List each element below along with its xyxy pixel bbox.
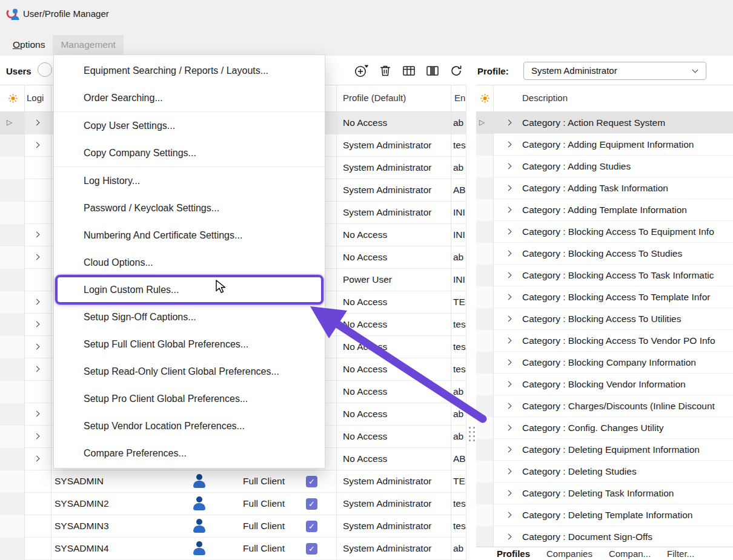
sun-settings-icon[interactable] (480, 94, 489, 105)
profile-dropdown[interactable]: System Administrator (523, 62, 706, 80)
tree-row[interactable]: Category : Document Sign-Offs (476, 526, 733, 547)
expand-chevron-icon[interactable] (34, 254, 40, 260)
tab-companies[interactable]: Companies (546, 547, 592, 560)
row-gutter (476, 308, 493, 330)
column-header-partial[interactable]: En (454, 93, 466, 103)
expand-chevron-icon[interactable] (34, 142, 40, 148)
expand-chevron-icon[interactable] (506, 447, 512, 453)
expand-chevron-icon[interactable] (506, 381, 512, 387)
menu-item[interactable]: Copy User Settings... (54, 112, 325, 139)
users-toolbar (354, 62, 464, 80)
tree-row[interactable]: Category : Charges/Discounts (Inline Dis… (476, 395, 733, 417)
expand-chevron-icon[interactable] (34, 232, 40, 238)
refresh-button[interactable] (448, 63, 464, 79)
expand-chevron-icon[interactable] (34, 456, 40, 462)
expand-chevron-icon[interactable] (506, 469, 512, 475)
tree-row[interactable]: Category : Adding Equipment Information (476, 134, 733, 156)
expand-chevron-icon[interactable] (506, 534, 512, 540)
table-row[interactable]: SYSADMIN3Full Client✓System Administrato… (0, 515, 466, 538)
column-divider (51, 85, 51, 560)
menu-item[interactable]: Setup Vendor Location Preferences... (54, 412, 325, 440)
column-chooser-button[interactable] (425, 63, 440, 79)
enabled-checkbox[interactable]: ✓ (306, 543, 317, 555)
drag-handle-icon[interactable] (469, 427, 475, 441)
expand-chevron-icon[interactable] (506, 490, 512, 496)
tree-row[interactable]: Category : Deleting Studies (476, 461, 733, 483)
menu-item[interactable]: Order Searching... (54, 84, 325, 111)
expand-chevron-icon[interactable] (506, 185, 512, 191)
menu-item[interactable]: Setup Read-Only Client Global Preference… (54, 358, 325, 385)
expand-chevron-icon[interactable] (506, 120, 512, 126)
tab-filter[interactable]: Filter... (667, 547, 694, 560)
sun-settings-icon[interactable] (8, 94, 18, 105)
table-row[interactable]: SYSADMINFull Client✓System Administrator… (0, 470, 466, 493)
partial-cell: tes (453, 493, 466, 515)
expand-chevron-icon[interactable] (506, 142, 512, 148)
tree-row[interactable]: Category : Blocking Access To Vendor PO … (476, 330, 733, 352)
expand-chevron-icon[interactable] (506, 163, 512, 170)
expand-chevron-icon[interactable] (34, 321, 40, 328)
tree-row[interactable]: Category : Deleting Equipment Informatio… (476, 439, 733, 461)
menu-management[interactable]: Management (53, 35, 123, 54)
expand-chevron-icon[interactable] (506, 425, 512, 431)
tab-profiles[interactable]: Profiles (497, 547, 530, 560)
menu-item[interactable]: Copy Company Settings... (54, 139, 325, 166)
column-header-login[interactable]: Logi (27, 93, 44, 103)
menu-item[interactable]: Cloud Options... (54, 249, 325, 276)
expand-chevron-icon[interactable] (506, 360, 512, 366)
expand-chevron-icon[interactable] (506, 316, 512, 322)
expand-chevron-icon[interactable] (34, 344, 40, 350)
expand-chevron-icon[interactable] (34, 433, 40, 440)
tree-row[interactable]: Category : Adding Template Information (476, 199, 733, 221)
tree-row[interactable]: Category : Deleting Task Information (476, 483, 733, 504)
expand-chevron-icon[interactable] (506, 512, 512, 518)
expand-chevron-icon[interactable] (506, 338, 512, 344)
menu-options[interactable]: Options (5, 35, 53, 54)
circle-toggle[interactable] (38, 62, 52, 77)
grid-view-button[interactable] (401, 63, 417, 79)
enabled-checkbox[interactable]: ✓ (306, 476, 317, 487)
tree-row[interactable]: Category : Config. Changes Utility (476, 417, 733, 439)
add-user-button[interactable] (354, 63, 370, 79)
tree-row[interactable]: Category : Adding Task Information (476, 177, 733, 199)
expand-chevron-icon[interactable] (506, 229, 512, 235)
menu-item[interactable]: Setup Full Client Global Preferences... (54, 331, 325, 358)
menu-item[interactable]: Setup Sign-Off Captions... (54, 303, 325, 331)
menu-item[interactable]: Compare Preferences... (54, 440, 325, 467)
tree-row[interactable]: Category : Blocking Company Information (476, 352, 733, 374)
column-header-description[interactable]: Description (522, 93, 568, 103)
expand-chevron-icon[interactable] (34, 366, 40, 372)
menu-item[interactable]: Log History... (54, 167, 325, 194)
panel-splitter[interactable] (466, 85, 476, 560)
enabled-checkbox[interactable]: ✓ (306, 498, 317, 510)
expand-chevron-icon[interactable] (34, 411, 40, 417)
column-header-profile-default[interactable]: Profile (Default) (343, 93, 406, 103)
tree-row[interactable]: Category : Blocking Access To Studies (476, 243, 733, 265)
tree-row[interactable]: Category : Blocking Access To Equipment … (476, 221, 733, 243)
expand-chevron-icon[interactable] (506, 403, 512, 409)
tab-compan[interactable]: Compan... (609, 547, 651, 560)
tree-row[interactable]: Category : Deleting Template Information (476, 504, 733, 526)
expand-chevron-icon[interactable] (506, 294, 512, 300)
table-row[interactable]: SYSADMIN2Full Client✓System Administrato… (0, 493, 466, 515)
enabled-checkbox[interactable]: ✓ (306, 521, 317, 532)
delete-user-button[interactable] (377, 63, 393, 79)
tree-row[interactable]: Category : Adding Studies (476, 156, 733, 177)
menu-item[interactable]: Password / Keycloak Settings... (54, 194, 325, 222)
menu-item[interactable]: Numbering And Certificate Settings... (54, 222, 325, 249)
expand-chevron-icon[interactable] (34, 299, 40, 305)
menu-item-highlighted[interactable]: Login Custom Rules... (54, 276, 325, 303)
menu-item[interactable]: Equipment Searching / Reports / Layouts.… (54, 57, 325, 84)
category-label: Category : Blocking Access To Task Infor… (522, 265, 714, 286)
expand-chevron-icon[interactable] (34, 120, 40, 126)
tree-row[interactable]: Category : Blocking Access To Task Infor… (476, 265, 733, 286)
table-row[interactable]: SYSADMIN4Full Client✓System Administrato… (0, 538, 466, 560)
tree-row[interactable]: ▷Category : Action Request System (476, 112, 733, 134)
expand-chevron-icon[interactable] (506, 207, 512, 213)
expand-chevron-icon[interactable] (506, 251, 512, 257)
menu-item[interactable]: Setup Pro Client Global Preferences... (54, 385, 325, 412)
tree-row[interactable]: Category : Blocking Access To Template I… (476, 286, 733, 308)
tree-row[interactable]: Category : Blocking Vendor Information (476, 374, 733, 395)
expand-chevron-icon[interactable] (506, 272, 512, 278)
tree-row[interactable]: Category : Blocking Access To Utilities (476, 308, 733, 330)
